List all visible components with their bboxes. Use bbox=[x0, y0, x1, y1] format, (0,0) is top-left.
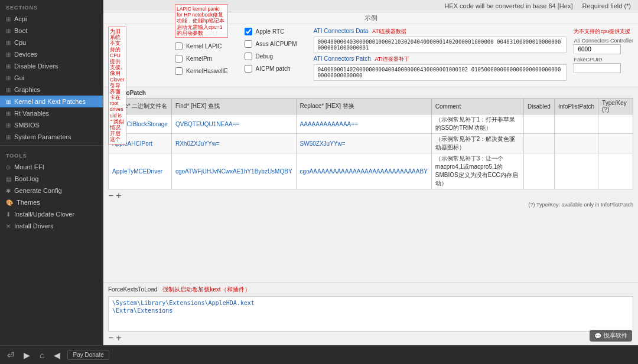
sidebar-item-cpu[interactable]: ⊞ Cpu bbox=[0, 37, 103, 48]
controller-input[interactable] bbox=[574, 44, 621, 54]
cb-aicpm[interactable]: AICPM patch bbox=[245, 65, 297, 73]
grid-icon: ⊞ bbox=[6, 51, 11, 58]
theme-icon: 🎨 bbox=[6, 199, 13, 206]
controller-label: Ati Connectors Controller bbox=[574, 38, 633, 44]
cell-find: QVBQTEUQU1NEAA== bbox=[171, 114, 296, 134]
cell-find: cgoATWFjUHJvNCwxAE1hY1BybzUsMQBY bbox=[171, 153, 296, 189]
kextstopatch-label: KextstoPatch bbox=[108, 90, 633, 96]
sidebar-item-kernel-kext[interactable]: ⊞ Kernel and Kext Patches bbox=[0, 96, 103, 107]
toolbar-home-button[interactable]: ⌂ bbox=[37, 349, 47, 361]
cb-kernel-haswell-input[interactable] bbox=[175, 67, 183, 75]
toolbar-left-button[interactable]: ◀ bbox=[51, 349, 63, 361]
add-row-button[interactable]: − bbox=[108, 191, 113, 201]
ati-connectors-data-label: ATI Connectors Data ATI连接器数据 bbox=[314, 28, 567, 35]
sections-label: SECTIONS bbox=[0, 0, 103, 13]
forceload-item: \System\Library\Extensions\AppleHDA.kext bbox=[112, 299, 629, 307]
cb-apple-rtc-label: Apple RTC bbox=[256, 28, 285, 35]
cb-apple-rtc[interactable]: Apple RTC bbox=[245, 28, 297, 35]
cell-typekey bbox=[598, 153, 633, 189]
remove-row-button[interactable]: + bbox=[116, 191, 121, 201]
sidebar-item-gui[interactable]: ⊞ Gui bbox=[0, 72, 103, 84]
fake-cpuid-input[interactable] bbox=[574, 63, 621, 73]
cell-find: RXh0ZXJuYYw= bbox=[171, 134, 296, 153]
cb-kernel-lapic[interactable]: Kernel LAPIC bbox=[175, 42, 228, 50]
cb-kernel-pm-input[interactable] bbox=[175, 55, 183, 63]
cb-aicpm-input[interactable] bbox=[245, 65, 252, 73]
cb-apple-rtc-input[interactable] bbox=[245, 28, 252, 35]
col-disabled: Disabled bbox=[524, 99, 555, 114]
divider bbox=[0, 145, 103, 146]
forceload-add-button[interactable]: − bbox=[108, 333, 113, 343]
grid-icon: ⊞ bbox=[6, 40, 11, 46]
disk-icon: ⊙ bbox=[6, 164, 11, 170]
ati-hex1: 0004000004030000001000021030204040000001… bbox=[314, 37, 567, 53]
ati-controls: 为不支持的cpu提供支援 Ati Connectors Controller F… bbox=[574, 28, 633, 83]
forceload-remove-button[interactable]: + bbox=[116, 333, 121, 343]
forceload-item: \Extra\Extensions bbox=[112, 307, 629, 314]
cb-debug[interactable]: Debug bbox=[245, 53, 297, 60]
grid-icon: ⊞ bbox=[6, 87, 11, 93]
ati-connectors-patch-label: ATI Connectors Patch ATI连接器补丁 bbox=[314, 55, 567, 63]
sidebar-item-install-update-clover[interactable]: ⬇ Install/Update Clover bbox=[0, 208, 103, 220]
sidebar-item-generate-config[interactable]: ✱ Generate Config bbox=[0, 185, 103, 196]
cell-replace: cgoAAAAAAAAAAAAAAAAAAAAAAAAAAAABY bbox=[296, 153, 431, 189]
cell-disabled bbox=[524, 134, 555, 153]
bottom-toolbar: ⏎ ▶ ⌂ ◀ Pay Donate bbox=[0, 345, 638, 364]
kernel-cb-group1: LAPIC kernel panic for HP notebook修复功能，使… bbox=[175, 28, 228, 83]
typekey-hint: (?) Type/Key: available only in InfoPlis… bbox=[108, 202, 633, 208]
sidebar-item-boot-log[interactable]: ▤ Boot.log bbox=[0, 173, 103, 185]
cb-asus-label: Asus AICPUPM bbox=[256, 41, 297, 47]
cell-typekey bbox=[598, 134, 633, 153]
sidebar-item-install-drivers[interactable]: ✕ Install Drivers bbox=[0, 220, 103, 232]
toolbar-back-button[interactable]: ⏎ bbox=[5, 349, 17, 361]
sidebar-item-rt-variables[interactable]: ⊞ Rt Variables bbox=[0, 107, 103, 119]
cell-disabled bbox=[524, 153, 555, 189]
annotation-lapic: LAPIC kernel panic for HP notebook修复功能，使… bbox=[175, 4, 228, 38]
cell-typekey bbox=[598, 114, 633, 134]
cb-asus-input[interactable] bbox=[245, 40, 252, 48]
cb-asus[interactable]: Asus AICPUPM bbox=[245, 40, 297, 48]
cell-replace: SW50ZXJuYYw= bbox=[296, 134, 431, 153]
sidebar-item-mount-efi[interactable]: ⊙ Mount EFI bbox=[0, 161, 103, 173]
sidebar-item-themes[interactable]: 🎨 Themes bbox=[0, 196, 103, 208]
ati-red-note: 为不支持的cpu提供支援 bbox=[574, 28, 633, 35]
sidebar-item-acpi[interactable]: ⊞ Acpi bbox=[0, 13, 103, 25]
col-infoplist: InfoPlistPatch bbox=[554, 99, 598, 114]
col-find: Find* [HEX] 查找 bbox=[171, 99, 296, 114]
cell-infoplist bbox=[554, 114, 598, 134]
sidebar-item-system-parameters[interactable]: ⊞ System Parameters bbox=[0, 131, 103, 143]
wechat-badge: 💬 悦享软件 bbox=[590, 330, 632, 342]
wechat-icon: 💬 bbox=[594, 333, 601, 339]
main-content: HEX code will be converted in base 64 [H… bbox=[103, 0, 638, 345]
grid-icon: ⊞ bbox=[6, 16, 11, 22]
ati-hex2: 0400000014020000000004004000000043000000… bbox=[314, 64, 567, 81]
sidebar-item-disable-drivers[interactable]: ⊞ Disable Drivers bbox=[0, 60, 103, 72]
sidebar-item-devices[interactable]: ⊞ Devices bbox=[0, 48, 103, 60]
cell-disabled bbox=[524, 114, 555, 134]
cell-comment: （示例常见补丁3：让一个macpro4,1或macpro5,1的SMBIOS定义… bbox=[431, 153, 523, 189]
table-add-remove: − + bbox=[108, 191, 633, 201]
toolbar-play-button[interactable]: ▶ bbox=[21, 349, 32, 361]
fake-cpuid-label: FakeCPUID bbox=[574, 57, 633, 63]
sidebar-item-smbios[interactable]: ⊞ SMBIOS bbox=[0, 119, 103, 131]
table-row: AppleAHCIPortRXh0ZXJuYYw=SW50ZXJuYYw=（示例… bbox=[109, 134, 633, 153]
cb-kernel-lapic-input[interactable] bbox=[175, 42, 183, 50]
kernel-checkboxes-row: 为旧系统不支持的CPU提供支援,像用Clover引导界面卡在root drive… bbox=[103, 24, 638, 87]
grid-icon: ⊞ bbox=[6, 75, 11, 81]
cb-kernel-pm[interactable]: KernelPm bbox=[175, 55, 228, 63]
forceload-label: ForceKextsToLoad 强制从启动卷加载kext（和插件） bbox=[108, 286, 633, 294]
cell-name: AppleTyMCEDriver bbox=[109, 153, 172, 189]
kext-table: Name* 二进制文件名 Find* [HEX] 查找 Replace* [HE… bbox=[108, 98, 633, 189]
annotation-cpu: 为旧系统不支持的CPU提供支援,像用Clover引导界面卡在root drive… bbox=[108, 27, 126, 145]
cb-kernel-lapic-label: Kernel LAPIC bbox=[186, 43, 222, 50]
cb-kernel-haswell-label: KernelHaswellE bbox=[186, 68, 228, 74]
cb-kernel-haswell[interactable]: KernelHaswellE bbox=[175, 67, 228, 75]
sidebar: SECTIONS ⊞ Acpi ⊞ Boot ⊞ Cpu ⊞ Devices ⊞… bbox=[0, 0, 103, 345]
sidebar-item-graphics[interactable]: ⊞ Graphics bbox=[0, 84, 103, 96]
sidebar-item-boot[interactable]: ⊞ Boot bbox=[0, 25, 103, 37]
col-replace: Replace* [HEX] 替换 bbox=[296, 99, 431, 114]
cb-debug-input[interactable] bbox=[245, 53, 252, 60]
col-comment: Comment bbox=[431, 99, 523, 114]
download-icon: ⬇ bbox=[6, 211, 11, 218]
donate-button[interactable]: Pay Donate bbox=[67, 350, 109, 360]
